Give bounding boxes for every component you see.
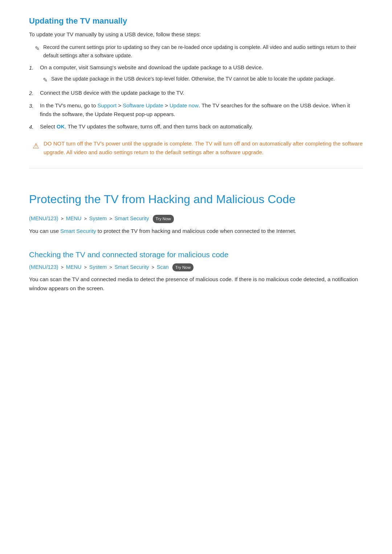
section-protect-title: Protecting the TV from Hacking and Malic… xyxy=(29,190,363,209)
step-4-text-before: Select xyxy=(40,123,57,130)
step-4-ok: OK xyxy=(57,123,65,130)
step-4: 4. Select OK. The TV updates the softwar… xyxy=(29,122,363,131)
bc-menu123-2[interactable]: (MENU/123) xyxy=(29,264,58,270)
step-3-link-support[interactable]: Support xyxy=(98,102,117,108)
warning-text: DO NOT turn off the TV's power until the… xyxy=(44,139,363,157)
step-num-2: 2. xyxy=(29,89,36,98)
numbered-list: 1. On a computer, visit Samsung's websit… xyxy=(29,63,363,131)
bc-arrow-5: > xyxy=(84,264,88,270)
step-3-link-software-update[interactable]: Software Update xyxy=(123,102,163,108)
bc-menu123-1[interactable]: (MENU/123) xyxy=(29,216,58,221)
bc-arrow-4: > xyxy=(61,264,65,270)
bc-system-1[interactable]: System xyxy=(89,216,107,221)
step-3-content: In the TV's menu, go to Support > Softwa… xyxy=(40,101,363,119)
step-3: 3. In the TV's menu, go to Support > Sof… xyxy=(29,101,363,119)
bc-arrow-1: > xyxy=(61,216,65,221)
bc-smart-security-2[interactable]: Smart Security xyxy=(114,264,149,270)
pencil-icon-1: ✎ xyxy=(35,44,40,53)
note-text-1: Record the current settings prior to upd… xyxy=(43,43,363,59)
bc-arrow-6: > xyxy=(109,264,113,270)
step-4-content: Select OK. The TV updates the software, … xyxy=(40,122,253,131)
warning-box: ⚠ DO NOT turn off the TV's power until t… xyxy=(29,139,363,157)
section-scan-title: Checking the TV and connected storage fo… xyxy=(29,249,363,261)
step-4-text-after: . The TV updates the software, turns off… xyxy=(65,123,253,130)
step-3-text-before: In the TV's menu, go to xyxy=(40,102,98,108)
bc-system-2[interactable]: System xyxy=(89,264,107,270)
step-1-text: On a computer, visit Samsung's website a… xyxy=(40,64,263,70)
bc-smart-security-1[interactable]: Smart Security xyxy=(114,216,149,221)
step-3-arrow1: > xyxy=(117,102,123,108)
step-1-subnote: ✎ Save the update package in the USB dev… xyxy=(40,75,335,85)
step-2-content: Connect the USB device with the update p… xyxy=(40,89,184,97)
step-num-4: 4. xyxy=(29,123,36,131)
bc-scan[interactable]: Scan xyxy=(157,264,169,270)
step-3-arrow2: > xyxy=(163,102,170,108)
section-scan-body: You can scan the TV and connected media … xyxy=(29,275,363,293)
try-now-badge-2[interactable]: Try Now xyxy=(172,263,193,271)
step-3-link-update-now[interactable]: Update now xyxy=(170,102,199,108)
section-update: Updating the TV manually To update your … xyxy=(29,15,363,157)
step-2-text: Connect the USB device with the update p… xyxy=(40,90,184,96)
bc-arrow-7: > xyxy=(152,264,156,270)
bc-arrow-2: > xyxy=(84,216,88,221)
step-num-1: 1. xyxy=(29,63,36,72)
bc-menu-2[interactable]: MENU xyxy=(66,264,82,270)
pencil-icon-2: ✎ xyxy=(43,75,48,85)
note-item-1: ✎ Record the current settings prior to u… xyxy=(29,43,363,59)
section-update-title: Updating the TV manually xyxy=(29,15,363,27)
divider-1 xyxy=(29,168,363,168)
section-scan: Checking the TV and connected storage fo… xyxy=(29,249,363,293)
bc-arrow-3: > xyxy=(109,216,113,221)
section-update-intro: To update your TV manually by using a US… xyxy=(29,30,363,39)
breadcrumb-scan: (MENU/123) > MENU > System > Smart Secur… xyxy=(29,263,363,271)
warning-icon: ⚠ xyxy=(33,140,39,152)
step-1-subnote-text: Save the update package in the USB devic… xyxy=(51,75,335,83)
step-1: 1. On a computer, visit Samsung's websit… xyxy=(29,63,363,85)
step-num-3: 3. xyxy=(29,102,36,110)
section-protect-body: You can use Smart Security to protect th… xyxy=(29,227,363,236)
bc-menu-1[interactable]: MENU xyxy=(66,216,82,221)
try-now-badge-1[interactable]: Try Now xyxy=(153,215,174,223)
breadcrumb-protect: (MENU/123) > MENU > System > Smart Secur… xyxy=(29,214,363,223)
smart-security-inline-1[interactable]: Smart Security xyxy=(60,228,96,234)
section-protect: Protecting the TV from Hacking and Malic… xyxy=(29,190,363,235)
step-2: 2. Connect the USB device with the updat… xyxy=(29,89,363,98)
step-1-content: On a computer, visit Samsung's website a… xyxy=(40,63,335,85)
